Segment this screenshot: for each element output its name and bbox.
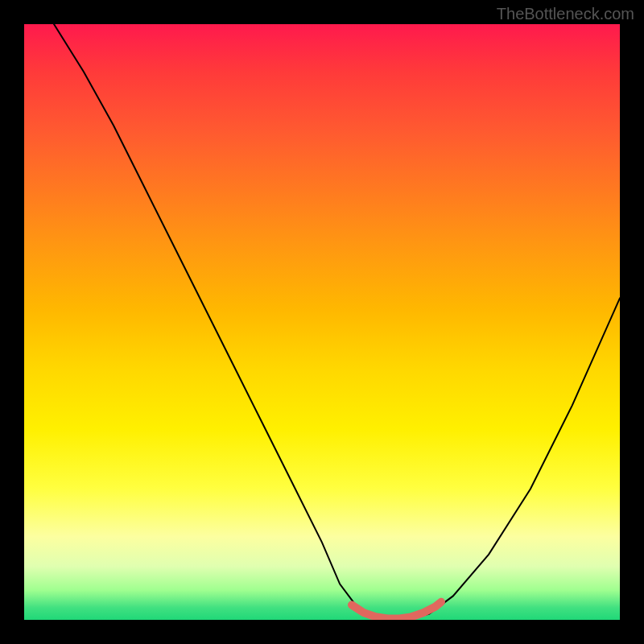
bottleneck-highlight [352, 602, 441, 619]
watermark-text: TheBottleneck.com [497, 5, 634, 23]
curve-svg [24, 24, 620, 620]
chart-container: TheBottleneck.com [0, 0, 644, 644]
plot-area [24, 24, 620, 620]
bottleneck-curve [54, 24, 620, 620]
